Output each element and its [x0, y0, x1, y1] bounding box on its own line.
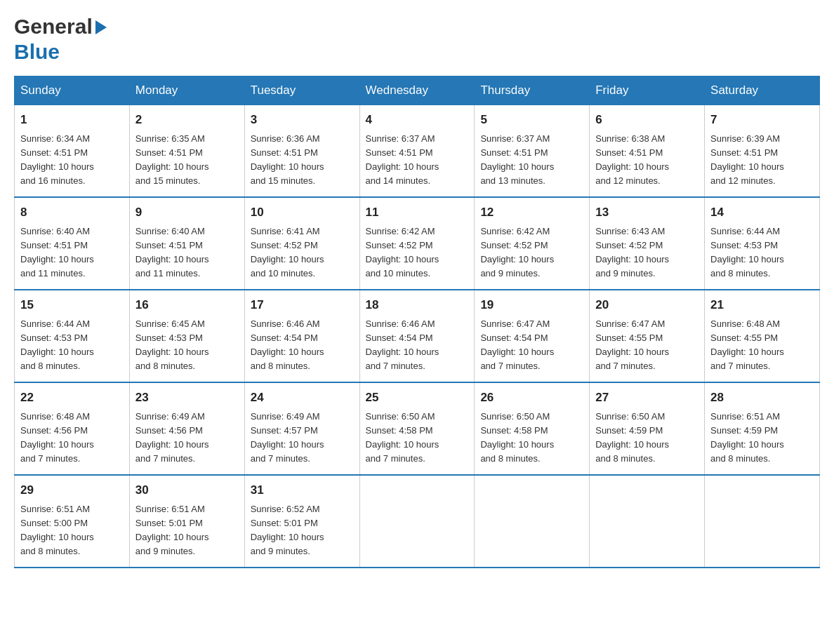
day-info: Sunrise: 6:34 AMSunset: 4:51 PMDaylight:…	[20, 132, 124, 189]
col-header-saturday: Saturday	[705, 76, 820, 105]
page-header: General Blue	[14, 14, 820, 65]
day-cell: 18 Sunrise: 6:46 AMSunset: 4:54 PMDaylig…	[359, 290, 475, 382]
day-cell: 2 Sunrise: 6:35 AMSunset: 4:51 PMDayligh…	[129, 105, 244, 198]
day-cell: 30 Sunrise: 6:51 AMSunset: 5:01 PMDaylig…	[129, 475, 244, 568]
day-number: 21	[710, 296, 814, 314]
day-info: Sunrise: 6:37 AMSunset: 4:51 PMDaylight:…	[480, 132, 583, 189]
day-info: Sunrise: 6:47 AMSunset: 4:54 PMDaylight:…	[480, 317, 583, 374]
day-info: Sunrise: 6:41 AMSunset: 4:52 PMDaylight:…	[251, 224, 354, 281]
day-cell: 28 Sunrise: 6:51 AMSunset: 4:59 PMDaylig…	[705, 382, 820, 475]
col-header-tuesday: Tuesday	[244, 76, 359, 105]
day-number: 27	[595, 389, 699, 407]
day-info: Sunrise: 6:49 AMSunset: 4:56 PMDaylight:…	[135, 410, 239, 467]
day-cell: 19 Sunrise: 6:47 AMSunset: 4:54 PMDaylig…	[475, 290, 590, 382]
day-cell: 12 Sunrise: 6:42 AMSunset: 4:52 PMDaylig…	[475, 197, 590, 290]
day-cell: 1 Sunrise: 6:34 AMSunset: 4:51 PMDayligh…	[15, 105, 130, 198]
day-cell: 15 Sunrise: 6:44 AMSunset: 4:53 PMDaylig…	[15, 290, 130, 382]
day-info: Sunrise: 6:50 AMSunset: 4:59 PMDaylight:…	[595, 410, 699, 467]
col-header-friday: Friday	[590, 76, 705, 105]
day-number: 14	[710, 203, 814, 222]
day-cell	[590, 475, 705, 568]
day-info: Sunrise: 6:37 AMSunset: 4:51 PMDaylight:…	[366, 132, 469, 189]
day-cell: 16 Sunrise: 6:45 AMSunset: 4:53 PMDaylig…	[129, 290, 244, 382]
day-number: 7	[710, 111, 814, 129]
day-cell	[705, 475, 820, 568]
day-info: Sunrise: 6:48 AMSunset: 4:56 PMDaylight:…	[20, 410, 124, 467]
day-info: Sunrise: 6:35 AMSunset: 4:51 PMDaylight:…	[135, 132, 239, 189]
day-cell: 24 Sunrise: 6:49 AMSunset: 4:57 PMDaylig…	[244, 382, 359, 475]
day-number: 20	[595, 296, 699, 314]
day-number: 5	[480, 111, 583, 129]
day-info: Sunrise: 6:45 AMSunset: 4:53 PMDaylight:…	[135, 317, 239, 374]
day-info: Sunrise: 6:42 AMSunset: 4:52 PMDaylight:…	[480, 224, 583, 281]
logo-general-text: General	[14, 14, 107, 39]
day-info: Sunrise: 6:50 AMSunset: 4:58 PMDaylight:…	[366, 410, 469, 467]
day-info: Sunrise: 6:51 AMSunset: 5:00 PMDaylight:…	[20, 502, 124, 559]
day-number: 25	[366, 389, 469, 407]
day-number: 9	[135, 203, 239, 222]
day-cell: 23 Sunrise: 6:49 AMSunset: 4:56 PMDaylig…	[129, 382, 244, 475]
day-cell: 8 Sunrise: 6:40 AMSunset: 4:51 PMDayligh…	[15, 197, 130, 290]
day-info: Sunrise: 6:42 AMSunset: 4:52 PMDaylight:…	[366, 224, 469, 281]
day-info: Sunrise: 6:46 AMSunset: 4:54 PMDaylight:…	[251, 317, 354, 374]
day-info: Sunrise: 6:39 AMSunset: 4:51 PMDaylight:…	[710, 132, 814, 189]
week-row-1: 1 Sunrise: 6:34 AMSunset: 4:51 PMDayligh…	[15, 105, 820, 198]
day-number: 16	[135, 296, 239, 314]
day-info: Sunrise: 6:44 AMSunset: 4:53 PMDaylight:…	[710, 224, 814, 281]
logo: General Blue	[14, 14, 107, 65]
day-cell: 14 Sunrise: 6:44 AMSunset: 4:53 PMDaylig…	[705, 197, 820, 290]
col-header-wednesday: Wednesday	[359, 76, 475, 105]
day-number: 3	[251, 111, 354, 129]
day-number: 15	[20, 296, 124, 314]
day-info: Sunrise: 6:48 AMSunset: 4:55 PMDaylight:…	[710, 317, 814, 374]
day-number: 4	[366, 111, 469, 129]
day-number: 26	[480, 389, 583, 407]
day-info: Sunrise: 6:47 AMSunset: 4:55 PMDaylight:…	[595, 317, 699, 374]
calendar-header-row: SundayMondayTuesdayWednesdayThursdayFrid…	[15, 76, 820, 105]
day-cell: 7 Sunrise: 6:39 AMSunset: 4:51 PMDayligh…	[705, 105, 820, 198]
col-header-monday: Monday	[129, 76, 244, 105]
week-row-3: 15 Sunrise: 6:44 AMSunset: 4:53 PMDaylig…	[15, 290, 820, 382]
calendar-table: SundayMondayTuesdayWednesdayThursdayFrid…	[14, 76, 820, 568]
day-cell: 27 Sunrise: 6:50 AMSunset: 4:59 PMDaylig…	[590, 382, 705, 475]
day-number: 8	[20, 203, 124, 222]
day-cell: 31 Sunrise: 6:52 AMSunset: 5:01 PMDaylig…	[244, 475, 359, 568]
day-cell: 21 Sunrise: 6:48 AMSunset: 4:55 PMDaylig…	[705, 290, 820, 382]
day-cell: 26 Sunrise: 6:50 AMSunset: 4:58 PMDaylig…	[475, 382, 590, 475]
day-cell: 17 Sunrise: 6:46 AMSunset: 4:54 PMDaylig…	[244, 290, 359, 382]
day-info: Sunrise: 6:44 AMSunset: 4:53 PMDaylight:…	[20, 317, 124, 374]
day-cell: 6 Sunrise: 6:38 AMSunset: 4:51 PMDayligh…	[590, 105, 705, 198]
day-info: Sunrise: 6:40 AMSunset: 4:51 PMDaylight:…	[135, 224, 239, 281]
day-cell: 3 Sunrise: 6:36 AMSunset: 4:51 PMDayligh…	[244, 105, 359, 198]
day-cell: 13 Sunrise: 6:43 AMSunset: 4:52 PMDaylig…	[590, 197, 705, 290]
day-number: 2	[135, 111, 239, 129]
day-number: 11	[366, 203, 469, 222]
col-header-sunday: Sunday	[15, 76, 130, 105]
day-number: 1	[20, 111, 124, 129]
day-cell: 22 Sunrise: 6:48 AMSunset: 4:56 PMDaylig…	[15, 382, 130, 475]
day-number: 10	[251, 203, 354, 222]
day-cell: 4 Sunrise: 6:37 AMSunset: 4:51 PMDayligh…	[359, 105, 475, 198]
day-number: 17	[251, 296, 354, 314]
day-cell: 20 Sunrise: 6:47 AMSunset: 4:55 PMDaylig…	[590, 290, 705, 382]
day-cell: 9 Sunrise: 6:40 AMSunset: 4:51 PMDayligh…	[129, 197, 244, 290]
day-number: 28	[710, 389, 814, 407]
day-number: 30	[135, 481, 239, 499]
day-number: 31	[251, 481, 354, 499]
day-number: 22	[20, 389, 124, 407]
day-number: 12	[480, 203, 583, 222]
day-cell: 25 Sunrise: 6:50 AMSunset: 4:58 PMDaylig…	[359, 382, 475, 475]
day-number: 23	[135, 389, 239, 407]
day-cell: 11 Sunrise: 6:42 AMSunset: 4:52 PMDaylig…	[359, 197, 475, 290]
day-info: Sunrise: 6:50 AMSunset: 4:58 PMDaylight:…	[480, 410, 583, 467]
day-cell: 10 Sunrise: 6:41 AMSunset: 4:52 PMDaylig…	[244, 197, 359, 290]
week-row-2: 8 Sunrise: 6:40 AMSunset: 4:51 PMDayligh…	[15, 197, 820, 290]
day-info: Sunrise: 6:46 AMSunset: 4:54 PMDaylight:…	[366, 317, 469, 374]
day-number: 13	[595, 203, 699, 222]
day-cell: 5 Sunrise: 6:37 AMSunset: 4:51 PMDayligh…	[475, 105, 590, 198]
col-header-thursday: Thursday	[475, 76, 590, 105]
day-info: Sunrise: 6:52 AMSunset: 5:01 PMDaylight:…	[251, 502, 354, 559]
week-row-4: 22 Sunrise: 6:48 AMSunset: 4:56 PMDaylig…	[15, 382, 820, 475]
day-cell	[359, 475, 475, 568]
day-number: 19	[480, 296, 583, 314]
